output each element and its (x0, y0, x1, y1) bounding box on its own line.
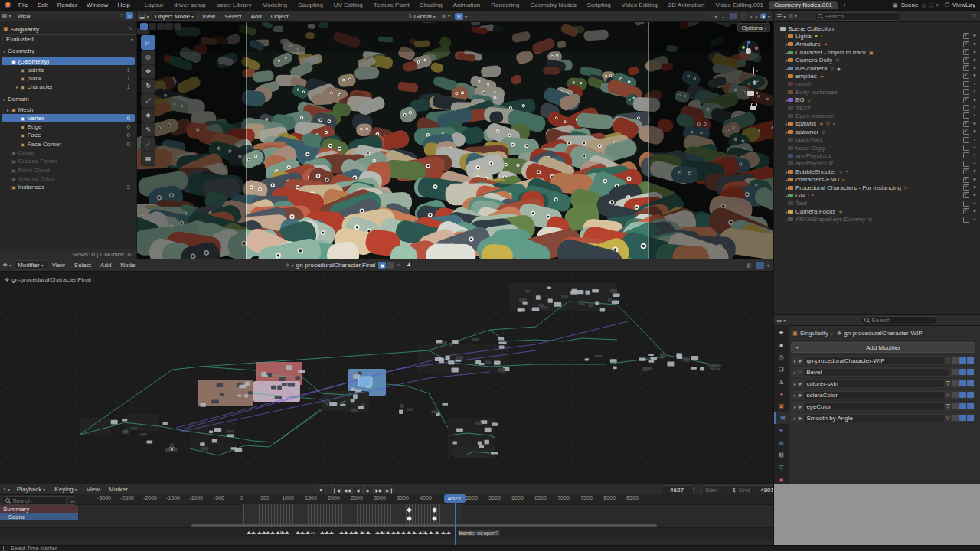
play-button[interactable]: ▶ (363, 485, 374, 494)
expand-arrow[interactable]: ▸ (776, 34, 788, 39)
play-reverse-button[interactable]: ◀ (352, 485, 363, 494)
node-menu-add[interactable]: Add (96, 262, 116, 269)
workspace-tab[interactable]: driver setup (168, 1, 211, 9)
transform-tool[interactable]: ◈ (141, 108, 155, 122)
node-menu-select[interactable]: Select (70, 262, 96, 269)
funnel-icon[interactable]: ▽ (946, 380, 950, 386)
expand-arrow[interactable]: ▸ (776, 209, 788, 214)
expand-arrow[interactable]: ▸ (776, 169, 788, 174)
visibility-checkbox[interactable] (963, 121, 969, 127)
visibility-checkbox[interactable] (963, 89, 969, 95)
next-keyframe-button[interactable]: ▶▶ (374, 485, 384, 494)
filter-funnel-icon[interactable]: ▼ (972, 106, 977, 110)
auto-key-button[interactable]: ● (315, 485, 326, 494)
render-display-toggle[interactable] (967, 415, 974, 421)
marker-triangle[interactable] (270, 531, 275, 534)
outliner-row[interactable]: mouth▼ (774, 80, 980, 88)
modifier-name[interactable]: scleraColor (804, 392, 943, 399)
render-tab[interactable]: ◙ (774, 339, 789, 350)
properties-search-input[interactable]: Search (861, 316, 937, 324)
filter-funnel-icon[interactable]: ▼ (972, 145, 977, 150)
modifier-panel[interactable]: ▸❖scleraColor▽ (791, 390, 975, 399)
visibility-checkbox[interactable] (963, 105, 969, 111)
outliner-row[interactable]: TEXT▼ (774, 104, 980, 112)
viewlayer-tab[interactable]: ❏ (774, 364, 789, 375)
outliner-row[interactable]: ▸empties✛▼ (774, 72, 980, 80)
world-tab[interactable]: ● (774, 388, 789, 399)
outliner-row[interactable]: ▸spawner▽▼ (774, 128, 980, 135)
outliner-search-input[interactable]: Search (814, 12, 902, 21)
visibility-checkbox[interactable] (963, 177, 969, 183)
node-snap-icon[interactable]: ◧ (746, 262, 752, 269)
data-tab[interactable]: ▽ (774, 461, 789, 473)
expand-arrow[interactable]: ▸ (794, 370, 796, 375)
funnel-icon[interactable]: ▽ (946, 357, 950, 364)
overlays-icon[interactable]: ◒ (721, 14, 724, 19)
output-tab[interactable]: ⎙ (774, 351, 789, 363)
move-tool[interactable]: ✥ (141, 64, 155, 79)
jump-end-button[interactable]: ▶❙ (384, 485, 395, 494)
visibility-checkbox[interactable] (963, 145, 969, 151)
modifier-panel[interactable]: ▸❖colorer-skin▽ (791, 379, 975, 388)
outliner-row[interactable]: ▸Camera Dolly▽▼ (774, 57, 980, 64)
node-menu-node[interactable]: Node (116, 262, 139, 269)
outliner-row[interactable]: Scene Collection (774, 24, 980, 32)
filter-funnel-icon[interactable]: ▼ (972, 129, 977, 134)
workspace-tab[interactable]: Sculpting (292, 1, 328, 9)
expand-arrow[interactable]: ▸ (776, 66, 788, 71)
viewport-display-toggle[interactable] (959, 403, 966, 409)
filter-funnel-icon[interactable]: ▼ (972, 82, 977, 86)
unlink-icon[interactable]: ✕ (396, 262, 400, 269)
expand-arrow[interactable]: ▸ (776, 57, 788, 63)
visibility-checkbox[interactable] (963, 65, 969, 71)
marker-triangle[interactable] (412, 531, 416, 534)
domain-row-1[interactable]: ▣Vertex0 (2, 114, 135, 122)
marker-triangle[interactable] (251, 531, 256, 534)
extra-toggle[interactable] (952, 403, 959, 409)
outliner-row[interactable]: ▸ARKitShapeKeys.Dummy▽▼ (774, 216, 980, 223)
expand-arrow[interactable]: ▸ (794, 381, 796, 386)
node-frame-5[interactable] (124, 414, 159, 431)
viewport-menu-add[interactable]: Add (246, 13, 266, 20)
fake-user-toggle-icon[interactable]: ▣ (378, 262, 386, 269)
marker-triangle[interactable] (386, 531, 390, 534)
transform-orientation-dropdown[interactable]: Global (414, 13, 432, 20)
spreadsheet-filter-icon[interactable]: ▽ (120, 13, 124, 19)
visibility-checkbox[interactable] (963, 49, 969, 55)
extra-toggle[interactable] (952, 357, 959, 364)
options-dropdown[interactable]: Options▾ (737, 23, 770, 32)
workspace-tab[interactable]: Modeling (256, 1, 292, 9)
workspace-tab[interactable]: UV Editing (328, 1, 368, 9)
filter-funnel-icon[interactable]: ▼ (972, 201, 977, 206)
filter-funnel-icon[interactable]: ▼ (972, 169, 977, 174)
funnel-icon[interactable]: ▽ (946, 403, 950, 409)
filter-funnel-icon[interactable]: ▼ (972, 138, 977, 142)
visibility-checkbox[interactable] (963, 73, 969, 79)
filter-funnel-icon[interactable]: ▼ (972, 185, 977, 190)
timeline-editor-type-icon[interactable]: ◔▾ (2, 486, 10, 493)
node-editor-type-icon[interactable]: ❖▾ (2, 262, 11, 269)
workspace-tab[interactable]: Video Editing (616, 1, 663, 9)
marker-triangle[interactable] (354, 531, 358, 534)
node-menu-view[interactable]: View (47, 262, 70, 269)
spreadsheet-view-menu[interactable]: View (13, 12, 35, 19)
constraint-tab[interactable]: ⛓ (774, 449, 789, 461)
node-tree-name[interactable]: gn-proceduralCharacter.Final (296, 262, 376, 269)
selected-node[interactable] (358, 377, 372, 386)
node-context-dropdown[interactable]: Modifier▾ (14, 260, 47, 270)
spreadsheet-filter-toggle-icon[interactable]: ▽ (126, 12, 133, 19)
mode-dropdown[interactable]: Object Mode▾ (152, 11, 198, 21)
select-mode-pill-4[interactable] (174, 23, 181, 30)
outliner-row[interactable]: ▸BubbleShooter▽▪▼ (774, 168, 980, 175)
viewport-menu-object[interactable]: Object (266, 13, 293, 20)
pan-tool-icon[interactable]: ✥ (752, 80, 757, 86)
filter-funnel-icon[interactable]: ▼ (972, 161, 977, 166)
jump-start-button[interactable]: ❙◀ (331, 485, 341, 494)
expand-arrow[interactable]: ▸ (776, 50, 788, 55)
node-frame-9[interactable] (453, 447, 495, 458)
particles-tab[interactable]: ✳ (774, 425, 789, 436)
outliner-row[interactable]: ▸characters-END▪▼ (774, 176, 980, 184)
expand-arrow[interactable]: ▸ (776, 193, 788, 198)
render-display-toggle[interactable] (967, 403, 974, 409)
scene-pin-icon[interactable]: ◎ (921, 2, 926, 8)
